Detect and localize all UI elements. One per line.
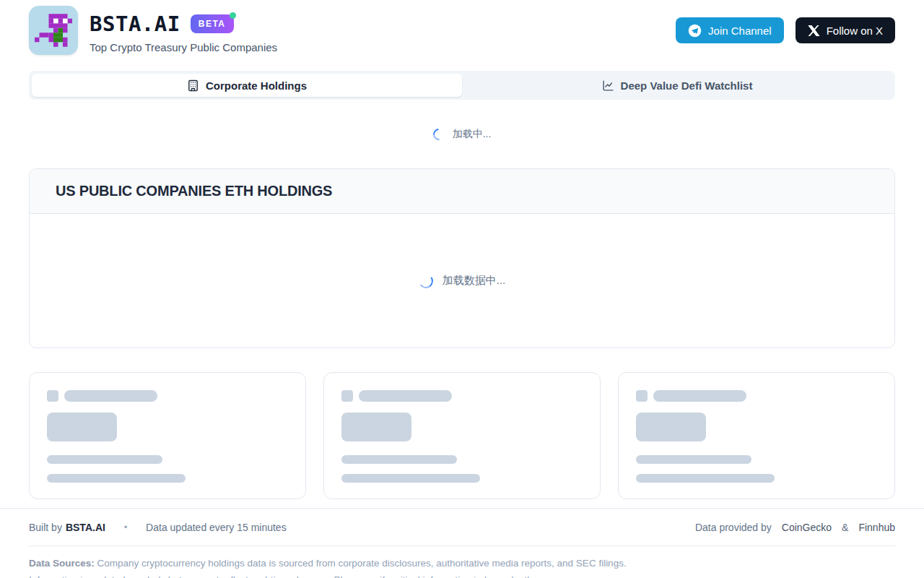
skeleton-card-grid (29, 372, 895, 499)
skeleton-line-placeholder (341, 474, 480, 483)
skeleton-line-placeholder (636, 455, 751, 464)
footer-bullet: • (124, 522, 127, 532)
chart-line-icon (602, 79, 614, 92)
finnhub-link[interactable]: Finnhub (858, 522, 895, 533)
spinner-icon (417, 272, 434, 289)
skeleton-line-placeholder (341, 455, 457, 464)
coingecko-link[interactable]: CoinGecko (782, 522, 832, 533)
built-by-name: BSTA.AI (66, 522, 105, 533)
status-dot-icon (230, 12, 236, 19)
telegram-icon (688, 24, 702, 38)
brand: BSTA.AI BETA Top Crypto Treasury Public … (29, 6, 277, 55)
skeleton-card (29, 372, 306, 499)
data-sources-note: Data Sources: Company cryptocurrency hol… (29, 555, 895, 578)
skeleton-card (323, 372, 601, 499)
building-icon (187, 79, 199, 92)
tab-bar: Corporate Holdings Deep Value Defi Watch… (29, 71, 895, 100)
tab-corporate-holdings[interactable]: Corporate Holdings (32, 74, 462, 97)
skeleton-icon-placeholder (47, 390, 58, 402)
data-sources-label: Data Sources: (29, 558, 95, 569)
skeleton-title-placeholder (64, 390, 157, 402)
brand-text: BSTA.AI BETA Top Crypto Treasury Public … (90, 6, 277, 55)
page-subtitle: Top Crypto Treasury Public Companies (90, 41, 277, 53)
footer: Built by BSTA.AI • Data updated every 15… (0, 508, 924, 578)
footer-divider (29, 545, 895, 546)
header: BSTA.AI BETA Top Crypto Treasury Public … (29, 0, 895, 55)
tab-label: Deep Value Defi Watchlist (621, 79, 753, 92)
skeleton-icon-placeholder (636, 390, 648, 402)
disclaimer-line: Information is updated regularly but may… (29, 571, 895, 578)
skeleton-value-placeholder (636, 413, 706, 441)
data-sources-text: Company cryptocurrency holdings data is … (95, 558, 627, 569)
provided-by-label: Data provided by (695, 522, 772, 533)
x-logo-icon (808, 25, 820, 37)
pixel-dino-icon (35, 14, 72, 47)
tab-deep-value-defi-watchlist[interactable]: Deep Value Defi Watchlist (462, 74, 892, 97)
built-by-label: Built by (29, 522, 62, 533)
skeleton-line-placeholder (47, 455, 162, 464)
page: BSTA.AI BETA Top Crypto Treasury Public … (0, 0, 924, 499)
skeleton-line-placeholder (47, 474, 186, 483)
spinner-icon (430, 126, 447, 142)
update-note: Data updated every 15 minutes (146, 522, 287, 533)
ampersand: & (842, 522, 848, 533)
data-sources-line: Data Sources: Company cryptocurrency hol… (29, 555, 895, 571)
eth-holdings-panel: US PUBLIC COMPANIES ETH HOLDINGS 加载数据中..… (29, 168, 895, 348)
follow-on-x-button[interactable]: Follow on X (796, 17, 895, 43)
skeleton-line-placeholder (636, 474, 775, 483)
loading-indicator: 加载中... (29, 100, 895, 168)
beta-badge: BETA (191, 14, 234, 33)
app-logo (29, 6, 78, 55)
footer-providers: Data provided by CoinGecko & Finnhub (695, 522, 895, 533)
skeleton-icon-placeholder (341, 390, 353, 402)
panel-loading-area: 加载数据中... (30, 214, 894, 348)
footer-built-by: Built by BSTA.AI • Data updated every 15… (29, 522, 287, 533)
tab-label: Corporate Holdings (206, 79, 307, 92)
panel-title: US PUBLIC COMPANIES ETH HOLDINGS (56, 183, 868, 199)
header-actions: Join Channel Follow on X (676, 17, 895, 43)
join-channel-button[interactable]: Join Channel (676, 17, 784, 43)
skeleton-title-placeholder (359, 390, 452, 402)
skeleton-card (618, 372, 895, 499)
skeleton-value-placeholder (47, 413, 117, 441)
skeleton-title-placeholder (653, 390, 746, 402)
loading-text: 加载中... (453, 128, 492, 141)
skeleton-value-placeholder (341, 413, 411, 441)
page-title: BSTA.AI (90, 12, 180, 36)
panel-header: US PUBLIC COMPANIES ETH HOLDINGS (30, 169, 894, 214)
loading-data-text: 加载数据中... (443, 274, 506, 288)
